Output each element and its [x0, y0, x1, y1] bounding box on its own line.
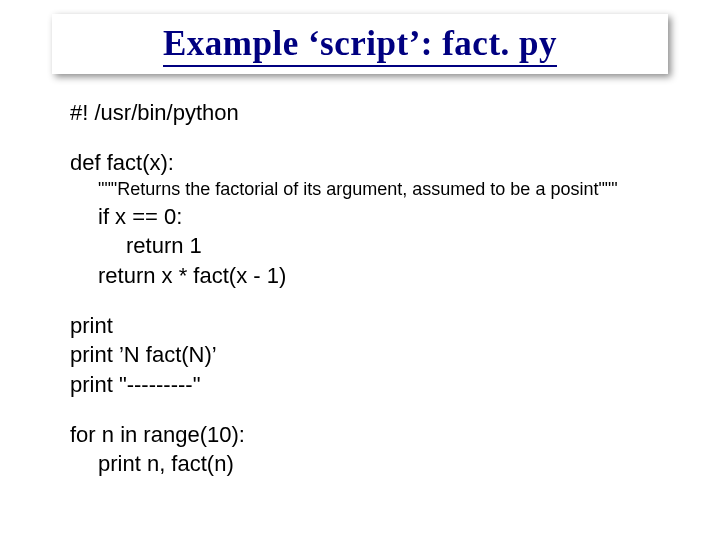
code-line: #! /usr/bin/python [70, 98, 680, 128]
slide-title: Example ‘script’: fact. py [163, 24, 557, 64]
code-line: for n in range(10): [70, 420, 680, 450]
code-line: print n, fact(n) [70, 449, 680, 479]
slide: Example ‘script’: fact. py #! /usr/bin/p… [0, 0, 720, 540]
code-line: return x * fact(x - 1) [70, 261, 680, 291]
slide-title-text: Example ‘script’: fact. py [163, 24, 557, 67]
code-line: if x == 0: [70, 202, 680, 232]
code-body: #! /usr/bin/python def fact(x): """Retur… [70, 98, 680, 479]
code-docstring: """Returns the factorial of its argument… [70, 177, 680, 201]
title-box: Example ‘script’: fact. py [52, 14, 668, 74]
code-line: def fact(x): [70, 148, 680, 178]
code-line: return 1 [70, 231, 680, 261]
code-line: print [70, 311, 680, 341]
code-line: print ’N fact(N)’ [70, 340, 680, 370]
code-line: print "---------" [70, 370, 680, 400]
